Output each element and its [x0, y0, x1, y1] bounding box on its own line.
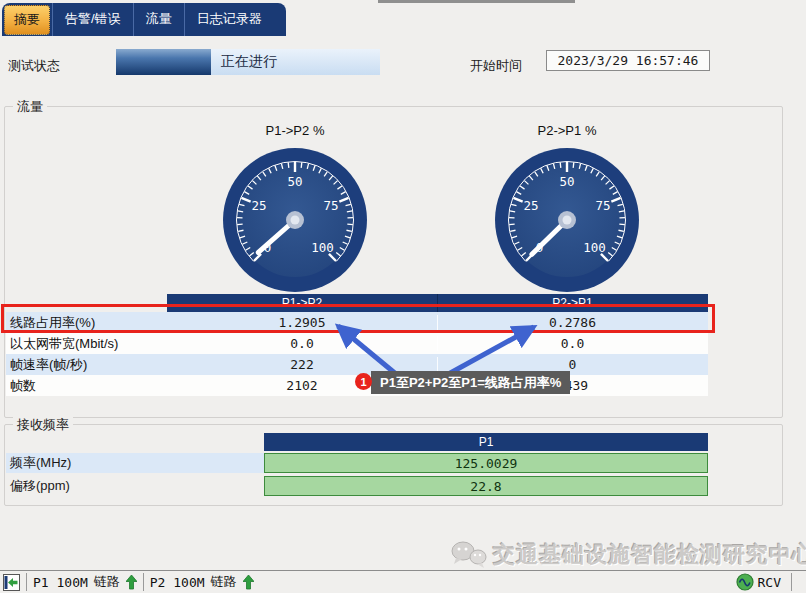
annotation-badge: 1	[355, 373, 372, 390]
row-label: 以太网带宽(Mbit/s)	[6, 335, 167, 353]
network-interface-icon	[3, 574, 20, 591]
table-row-frame-rate: 帧速率(帧/秒) 222 0	[6, 354, 708, 375]
link-up-arrow-icon	[126, 575, 137, 590]
gauge-p2-p1: 0255075100	[494, 147, 640, 293]
window-top-edge	[378, 0, 575, 3]
port1-link-label: 链路	[94, 573, 120, 591]
table-row-ethernet-bandwidth: 以太网带宽(Mbit/s) 0.0 0.0	[6, 333, 708, 354]
row-label: 频率(MHz)	[6, 453, 264, 473]
port2-link-status: P2 100M 链路	[150, 573, 254, 591]
gauge-title-p1-p2: P1->P2 %	[225, 123, 365, 138]
rx-frequency-legend: 接收频率	[13, 416, 73, 434]
table-row-frequency: 频率(MHz) 125.0029	[6, 452, 711, 474]
start-time-value: 2023/3/29 16:57:46	[546, 50, 710, 71]
status-bar: P1 100M 链路 P2 100M 链路 RCV	[0, 570, 806, 593]
table-row-line-utilization: 线路占用率(%) 1.2905 0.2786	[6, 312, 708, 333]
cell-value-green: 125.0029	[264, 453, 708, 473]
gauge-title-p2-p1: P2->P1 %	[497, 123, 637, 138]
gauge-p1-p2: 0255075100	[222, 147, 368, 293]
column-header-p1: P1	[264, 433, 708, 451]
port1-link-status: P1 100M 链路	[33, 573, 137, 591]
rx-frequency-table: P1 频率(MHz) 125.0029 偏移(ppm) 22.8	[6, 433, 711, 497]
svg-text:50: 50	[559, 174, 574, 189]
port1-speed: P1 100M	[33, 575, 88, 590]
cell-value: 0.0	[438, 336, 707, 351]
cell-value-green: 22.8	[264, 476, 708, 496]
start-time-label: 开始时间	[470, 57, 522, 75]
watermark: 交通基础设施智能检测研究中心	[450, 540, 806, 570]
svg-text:100: 100	[311, 240, 334, 255]
tab-logger[interactable]: 日志记录器	[184, 3, 274, 36]
cell-value: 222	[167, 357, 438, 372]
table-row-offset: 偏移(ppm) 22.8	[6, 475, 711, 497]
row-label: 偏移(ppm)	[6, 476, 264, 496]
separator	[26, 573, 27, 591]
tab-traffic[interactable]: 流量	[133, 3, 184, 36]
svg-text:25: 25	[523, 198, 538, 213]
tab-summary[interactable]: 摘要	[4, 5, 50, 35]
row-label: 帧速率(帧/秒)	[6, 356, 167, 374]
annotation-tooltip: P1至P2+P2至P1=线路占用率%	[371, 371, 570, 394]
cell-value: 0	[438, 357, 707, 372]
watermark-text: 交通基础设施智能检测研究中心	[493, 540, 806, 570]
test-status-value: 正在进行	[221, 53, 277, 71]
tab-alarms-errors[interactable]: 告警/错误	[52, 3, 133, 36]
traffic-table-header: P1->P2 P2->P1	[167, 294, 708, 312]
progress-filled	[116, 49, 211, 75]
separator	[143, 573, 144, 591]
column-header-p2-p1: P2->P1	[438, 294, 707, 312]
svg-text:75: 75	[596, 198, 611, 213]
port2-speed: P2 100M	[150, 575, 205, 590]
link-up-arrow-icon	[243, 575, 254, 590]
svg-text:75: 75	[324, 198, 339, 213]
svg-text:25: 25	[251, 198, 266, 213]
row-label: 帧数	[6, 377, 167, 395]
cell-value: 0.2786	[438, 315, 707, 330]
rcv-waveform-icon	[736, 573, 754, 591]
row-label: 线路占用率(%)	[6, 314, 167, 332]
svg-text:50: 50	[287, 174, 302, 189]
test-progress-bar: 正在进行	[116, 49, 380, 75]
svg-text:100: 100	[583, 240, 606, 255]
port2-link-label: 链路	[211, 573, 237, 591]
progress-remaining: 正在进行	[211, 49, 380, 75]
cell-value: 0.0	[167, 336, 438, 351]
column-header-p1-p2: P1->P2	[167, 294, 438, 312]
separator	[791, 573, 792, 591]
tab-bar: 摘要 告警/错误 流量 日志记录器	[2, 3, 286, 36]
rcv-status: RCV	[736, 573, 781, 591]
rcv-label: RCV	[758, 575, 781, 590]
cell-value: 1.2905	[167, 315, 438, 330]
traffic-section-legend: 流量	[13, 98, 47, 116]
test-status-label: 测试状态	[8, 57, 60, 75]
rx-frequency-section: 接收频率 P1 频率(MHz) 125.0029 偏移(ppm) 22.8	[4, 424, 783, 506]
chat-bubbles-icon	[450, 540, 488, 570]
